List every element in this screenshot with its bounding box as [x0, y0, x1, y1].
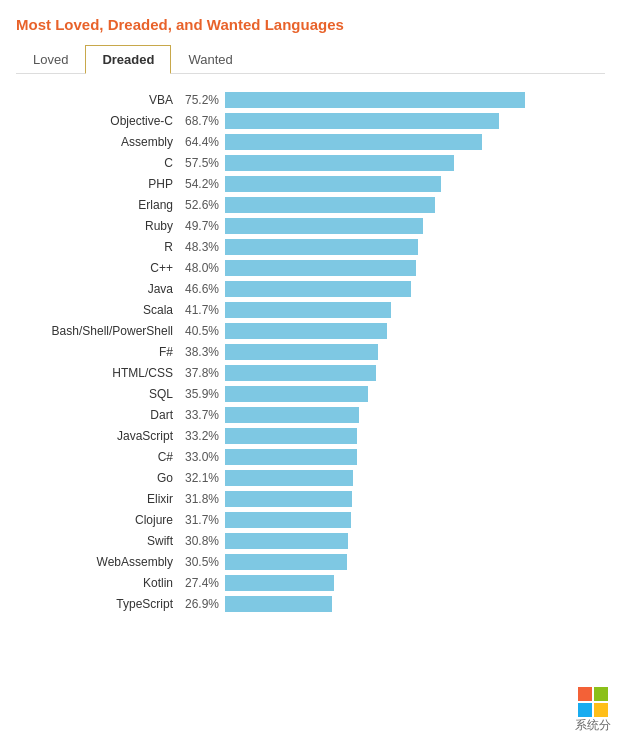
bar-fill — [225, 533, 348, 549]
bar-fill — [225, 260, 416, 276]
bar-percentage: 48.0% — [181, 261, 219, 275]
bar-fill — [225, 575, 334, 591]
bar-fill — [225, 155, 454, 171]
bar-percentage: 27.4% — [181, 576, 219, 590]
bar-wrap — [225, 470, 605, 486]
bar-percentage: 38.3% — [181, 345, 219, 359]
bar-percentage: 30.5% — [181, 555, 219, 569]
bar-wrap — [225, 491, 605, 507]
bar-fill — [225, 491, 352, 507]
bar-wrap — [225, 113, 605, 129]
bar-wrap — [225, 386, 605, 402]
bar-percentage: 49.7% — [181, 219, 219, 233]
bar-percentage: 37.8% — [181, 366, 219, 380]
bar-fill — [225, 344, 378, 360]
windows-logo-icon — [578, 687, 608, 717]
bar-label: Java — [16, 282, 181, 296]
bar-percentage: 64.4% — [181, 135, 219, 149]
bar-fill — [225, 218, 423, 234]
bar-row: TypeScript26.9% — [16, 596, 605, 612]
bar-fill — [225, 449, 357, 465]
bar-row: Elixir31.8% — [16, 491, 605, 507]
bar-row: Bash/Shell/PowerShell40.5% — [16, 323, 605, 339]
bar-row: VBA75.2% — [16, 92, 605, 108]
bar-fill — [225, 239, 418, 255]
bar-fill — [225, 197, 435, 213]
tabs-container: Loved Dreaded Wanted — [16, 45, 605, 74]
bar-row: HTML/CSS37.8% — [16, 365, 605, 381]
bar-label: Go — [16, 471, 181, 485]
bar-wrap — [225, 176, 605, 192]
bar-label: WebAssembly — [16, 555, 181, 569]
bar-wrap — [225, 134, 605, 150]
bar-percentage: 40.5% — [181, 324, 219, 338]
bar-row: R48.3% — [16, 239, 605, 255]
bar-fill — [225, 113, 499, 129]
bar-wrap — [225, 155, 605, 171]
bar-label: Dart — [16, 408, 181, 422]
bar-label: R — [16, 240, 181, 254]
bar-percentage: 41.7% — [181, 303, 219, 317]
bar-row: JavaScript33.2% — [16, 428, 605, 444]
watermark-text: 系统分 — [575, 717, 611, 734]
bar-row: Assembly64.4% — [16, 134, 605, 150]
bar-percentage: 75.2% — [181, 93, 219, 107]
tab-loved[interactable]: Loved — [16, 45, 85, 74]
bar-row: C#33.0% — [16, 449, 605, 465]
bar-percentage: 31.7% — [181, 513, 219, 527]
bar-fill — [225, 323, 387, 339]
bar-row: WebAssembly30.5% — [16, 554, 605, 570]
bar-wrap — [225, 302, 605, 318]
bar-row: Clojure31.7% — [16, 512, 605, 528]
bar-label: Swift — [16, 534, 181, 548]
bar-fill — [225, 92, 525, 108]
bar-label: F# — [16, 345, 181, 359]
bar-wrap — [225, 554, 605, 570]
bar-percentage: 57.5% — [181, 156, 219, 170]
bar-percentage: 52.6% — [181, 198, 219, 212]
bar-wrap — [225, 92, 605, 108]
bar-row: Objective-C68.7% — [16, 113, 605, 129]
bar-wrap — [225, 533, 605, 549]
bar-fill — [225, 428, 357, 444]
bar-row: Swift30.8% — [16, 533, 605, 549]
bar-label: Ruby — [16, 219, 181, 233]
bar-row: PHP54.2% — [16, 176, 605, 192]
bar-fill — [225, 554, 347, 570]
bar-row: Go32.1% — [16, 470, 605, 486]
tab-dreaded[interactable]: Dreaded — [85, 45, 171, 74]
bar-fill — [225, 407, 359, 423]
bar-row: F#38.3% — [16, 344, 605, 360]
bar-wrap — [225, 323, 605, 339]
tab-wanted[interactable]: Wanted — [171, 45, 249, 74]
bar-label: PHP — [16, 177, 181, 191]
bar-label: Objective-C — [16, 114, 181, 128]
bar-wrap — [225, 512, 605, 528]
bar-label: JavaScript — [16, 429, 181, 443]
bar-row: Kotlin27.4% — [16, 575, 605, 591]
bar-fill — [225, 281, 411, 297]
bar-label: Elixir — [16, 492, 181, 506]
bar-wrap — [225, 281, 605, 297]
bar-wrap — [225, 218, 605, 234]
bar-label: Scala — [16, 303, 181, 317]
bar-fill — [225, 365, 376, 381]
bar-percentage: 26.9% — [181, 597, 219, 611]
bar-fill — [225, 470, 353, 486]
bar-percentage: 30.8% — [181, 534, 219, 548]
bar-wrap — [225, 596, 605, 612]
bar-fill — [225, 512, 351, 528]
watermark: 系统分 — [575, 687, 611, 734]
bar-percentage: 54.2% — [181, 177, 219, 191]
bar-wrap — [225, 575, 605, 591]
bar-label: Kotlin — [16, 576, 181, 590]
bars-container: VBA75.2%Objective-C68.7%Assembly64.4%C57… — [16, 92, 605, 612]
bar-fill — [225, 386, 368, 402]
bar-label: Bash/Shell/PowerShell — [16, 324, 181, 338]
bar-row: C57.5% — [16, 155, 605, 171]
bar-row: Scala41.7% — [16, 302, 605, 318]
chart-title: Most Loved, Dreaded, and Wanted Language… — [16, 16, 605, 33]
bar-percentage: 32.1% — [181, 471, 219, 485]
bar-label: Clojure — [16, 513, 181, 527]
bar-label: TypeScript — [16, 597, 181, 611]
